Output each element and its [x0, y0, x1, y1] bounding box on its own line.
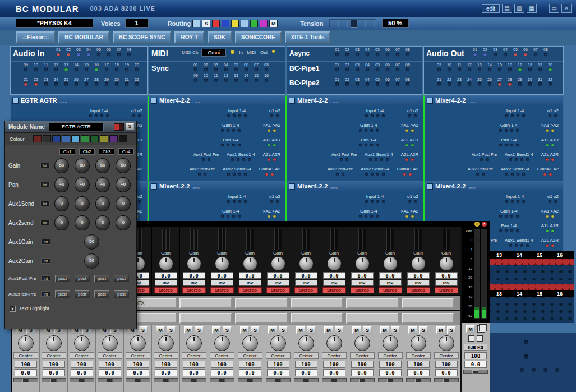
port-dot[interactable]: [376, 215, 379, 218]
text-highlight-checkbox[interactable]: ×: [10, 306, 16, 312]
io-port[interactable]: 30: [112, 77, 122, 86]
io-port[interactable]: 06: [241, 62, 251, 71]
pan-value[interactable]: Center: [406, 352, 431, 359]
io-port[interactable]: 03: [352, 62, 362, 71]
port-dot[interactable]: [276, 114, 279, 117]
channel-fader[interactable]: [13, 378, 38, 382]
port-dot[interactable]: [499, 215, 502, 218]
port-dot[interactable]: [505, 215, 508, 218]
port-dot[interactable]: [268, 158, 270, 161]
io-port[interactable]: 07: [114, 47, 124, 56]
solo-button[interactable]: S: [363, 326, 372, 334]
dialog-color-icon[interactable]: [114, 123, 124, 131]
minimize-icon[interactable]: ≡: [474, 222, 480, 227]
port-dot[interactable]: [265, 173, 268, 176]
io-port[interactable]: 22: [444, 77, 454, 86]
colour-swatch[interactable]: [81, 135, 89, 142]
gain-knob[interactable]: [187, 256, 201, 271]
output-value[interactable]: 0.0: [239, 369, 261, 376]
port-dot[interactable]: [516, 229, 519, 232]
port-dot[interactable]: [517, 173, 519, 176]
module[interactable]: Mixer4-2-2 cwm Input 1-4 o1 o2 Gain 1-4 …: [423, 95, 564, 181]
port-dot[interactable]: [522, 173, 525, 176]
io-port[interactable]: 23: [41, 77, 51, 86]
port-dot[interactable]: [370, 129, 373, 132]
io-port[interactable]: 03: [490, 47, 500, 56]
io-port[interactable]: 01: [53, 47, 63, 56]
level-value[interactable]: 100: [239, 361, 261, 368]
io-port[interactable]: 01: [470, 47, 480, 56]
io-port[interactable]: 16: [261, 73, 271, 82]
module-header[interactable]: EGTR AGTR cwm: [11, 96, 147, 105]
port-dot[interactable]: [546, 144, 549, 146]
port-dot[interactable]: [499, 229, 502, 232]
port-dot[interactable]: [526, 158, 529, 161]
port-dot[interactable]: [227, 200, 230, 203]
port-dot[interactable]: [359, 144, 362, 146]
port-dot[interactable]: [517, 200, 519, 203]
level-value[interactable]: 100: [267, 361, 289, 368]
port-dot[interactable]: [526, 244, 529, 247]
port-dot[interactable]: [515, 158, 518, 161]
colour-swatch[interactable]: [90, 135, 99, 142]
io-port[interactable]: 09: [434, 62, 444, 71]
stereo-button[interactable]: Stereo: [379, 287, 402, 293]
pan-knob[interactable]: [326, 335, 342, 351]
int-button[interactable]: int: [41, 258, 50, 264]
port-dot[interactable]: [233, 114, 236, 117]
stereo-button[interactable]: Stereo: [210, 287, 234, 293]
pan-value[interactable]: Center: [350, 352, 375, 359]
io-port[interactable]: 21: [21, 77, 31, 86]
pan-value[interactable]: Center: [378, 352, 403, 359]
channel-header-button[interactable]: Ch1: [59, 148, 75, 155]
port-dot[interactable]: [554, 114, 557, 117]
pan-value[interactable]: Center: [210, 352, 234, 359]
solo-button[interactable]: S: [251, 326, 260, 334]
module-header[interactable]: Mixer4-2-2 cwm: [149, 182, 285, 191]
solo-button[interactable]: S: [447, 326, 456, 334]
port-dot[interactable]: [231, 158, 234, 161]
port-dot[interactable]: [375, 158, 377, 161]
output-value[interactable]: 0.0: [99, 369, 121, 376]
io-port[interactable]: 08: [403, 62, 413, 71]
dialog-titlebar[interactable]: Module Name EGTR AGTR X: [5, 121, 136, 133]
port-dot[interactable]: [515, 244, 518, 247]
port-dot[interactable]: [273, 215, 276, 218]
pan-value[interactable]: Center: [182, 352, 206, 359]
solo-button[interactable]: S: [419, 326, 428, 334]
insert-slot[interactable]: [291, 313, 343, 324]
level-value[interactable]: 100: [155, 361, 177, 368]
gain-knob[interactable]: 50: [116, 158, 131, 173]
port-dot[interactable]: [376, 129, 379, 132]
io-port[interactable]: 02: [201, 62, 211, 71]
io-port[interactable]: 20: [132, 62, 142, 71]
port-dot[interactable]: [549, 114, 551, 117]
colour-swatch[interactable]: [33, 135, 42, 142]
io-port[interactable]: 10: [31, 62, 41, 71]
port-dot[interactable]: [244, 173, 247, 176]
stereo-button[interactable]: Stereo: [407, 287, 430, 293]
stereo-button[interactable]: Stereo: [294, 287, 318, 293]
io-port[interactable]: 02: [342, 77, 352, 86]
port-dot[interactable]: [268, 129, 270, 132]
pan-value[interactable]: Center: [266, 352, 291, 359]
port-dot[interactable]: [365, 144, 367, 146]
io-port[interactable]: 14: [485, 62, 495, 71]
gain-knob[interactable]: [159, 256, 173, 271]
channel-header-button[interactable]: Ch2: [79, 148, 95, 155]
io-port[interactable]: 28: [91, 77, 102, 86]
io-port[interactable]: 07: [393, 77, 403, 86]
io-port[interactable]: 08: [541, 47, 551, 56]
port-dot[interactable]: [365, 129, 367, 132]
output-value[interactable]: 0.0: [211, 369, 233, 376]
port-dot[interactable]: [509, 158, 512, 161]
io-port[interactable]: 04: [362, 77, 372, 86]
pan-value[interactable]: Center: [322, 352, 347, 359]
gain-knob[interactable]: 50: [54, 158, 70, 173]
io-port[interactable]: 09: [191, 73, 201, 82]
tension-slider-handle[interactable]: [351, 20, 357, 28]
gain-value[interactable]: 0.0: [323, 272, 345, 279]
module-header[interactable]: Mixer4-2-2 cwm: [425, 182, 563, 191]
channel-fader[interactable]: [350, 378, 375, 382]
solo-button[interactable]: S: [195, 326, 204, 334]
